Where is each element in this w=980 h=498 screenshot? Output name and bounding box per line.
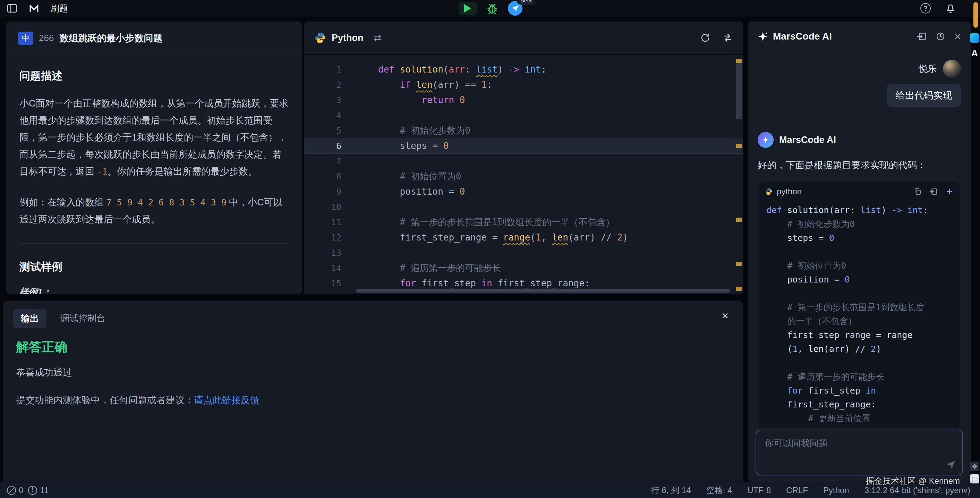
tab-debug-console[interactable]: 调试控制台: [60, 312, 105, 325]
status-indentation[interactable]: 空格: 4: [706, 485, 732, 496]
code-line[interactable]: first_step_range:: [766, 397, 952, 411]
debug-button[interactable]: [486, 2, 499, 15]
bell-icon[interactable]: [945, 3, 956, 14]
description-heading: 问题描述: [19, 69, 289, 83]
status-encoding[interactable]: UTF-8: [747, 485, 771, 495]
code-line[interactable]: 7: [304, 153, 743, 169]
code-text: position = 0: [766, 275, 850, 285]
browser-extension-icon[interactable]: [970, 33, 979, 43]
python-icon: [314, 32, 326, 44]
code-line[interactable]: [766, 286, 952, 300]
status-interpreter[interactable]: 3.12.2 64-bit ('shims': pyenv): [864, 485, 970, 495]
code-line[interactable]: 9 position = 0: [304, 184, 743, 199]
close-icon[interactable]: ×: [955, 30, 961, 43]
refresh-icon[interactable]: [700, 33, 710, 43]
code-line[interactable]: 2 if len(arr) == 1:: [304, 77, 743, 92]
code-line[interactable]: steps = 0: [766, 231, 952, 245]
code-line[interactable]: 6 steps = 0: [304, 138, 743, 153]
code-text: # 初始化步数为0: [341, 124, 470, 137]
code-token: list: [860, 205, 881, 215]
code-line[interactable]: 1def solution(arr: list) -> int:: [304, 62, 743, 77]
code-token: first_step: [416, 278, 482, 288]
switch-language-icon[interactable]: ⇄: [374, 33, 382, 43]
code-line[interactable]: # 更新当前位置: [766, 411, 952, 425]
status-eol[interactable]: CRLF: [786, 485, 808, 495]
close-icon[interactable]: ×: [722, 310, 729, 321]
code-line[interactable]: 11 # 第一步的步长范围是1到数组长度的一半（不包含）: [304, 215, 743, 230]
code-text: # 第一步的步长范围是1到数组长度的一半（不包含）: [341, 216, 615, 228]
code-line[interactable]: 13: [304, 245, 743, 260]
app-root: 刷题 Beta ?: [0, 0, 980, 498]
chat-input[interactable]: [756, 430, 962, 475]
code-token: # 初始化步数为0: [400, 125, 470, 136]
code-line[interactable]: for first_step in: [766, 383, 952, 397]
line-number: 9: [304, 187, 341, 197]
code-line[interactable]: position = 0: [766, 272, 952, 286]
code-line[interactable]: [766, 245, 952, 259]
code-block-card: python: [757, 182, 961, 428]
edge-extension-icon-1[interactable]: ❖: [970, 461, 979, 471]
switch-layout-icon[interactable]: [722, 33, 733, 43]
letter-a-extension-icon[interactable]: A: [970, 49, 979, 58]
line-number: 10: [304, 202, 341, 212]
code-token: first_step_range =: [766, 330, 886, 340]
send-message-icon[interactable]: [946, 460, 956, 470]
code-line[interactable]: # 遍历第一步的可能步长: [766, 369, 952, 383]
code-token: [902, 205, 907, 215]
help-icon[interactable]: ?: [920, 3, 931, 14]
page-scrollbar-thumb[interactable]: [974, 2, 978, 28]
tab-output[interactable]: 输出: [13, 309, 46, 328]
code-line[interactable]: 3 return 0: [304, 92, 743, 108]
chat-input-box[interactable]: [756, 430, 963, 476]
history-icon[interactable]: [935, 32, 945, 41]
editor-vertical-scrollbar[interactable]: [736, 56, 742, 294]
ai-sparkle-icon[interactable]: [945, 188, 954, 196]
feedback-link[interactable]: 请点此链接反馈: [194, 395, 259, 405]
code-token: int: [525, 64, 541, 75]
code-line[interactable]: 14 # 遍历第一步的可能步长: [304, 260, 743, 275]
ai-code-block[interactable]: def solution(arr: list) -> int: # 初始化步数为…: [758, 201, 961, 428]
copy-icon[interactable]: [913, 188, 922, 196]
code-line[interactable]: first_step_range = range: [766, 328, 952, 342]
code-line[interactable]: 的一半（不包含）: [766, 314, 952, 328]
code-token: (arr) //: [824, 344, 871, 354]
sidebar-toggle-icon[interactable]: [7, 4, 18, 13]
code-text: # 遍历第一步的可能步长: [766, 371, 884, 382]
marscode-logo[interactable]: [27, 4, 41, 13]
code-line[interactable]: # 初始化步数为0: [766, 217, 952, 231]
code-line[interactable]: 8 # 初始位置为0: [304, 169, 743, 184]
code-editor[interactable]: 1def solution(arr: list) -> int:2 if len…: [304, 55, 743, 291]
warning-count[interactable]: 11: [28, 485, 49, 495]
code-token: in: [865, 385, 876, 396]
line-number: 2: [304, 80, 341, 90]
code-token: [766, 261, 787, 271]
line-number: 5: [304, 126, 341, 136]
code-line[interactable]: 5 # 初始化步数为0: [304, 123, 743, 138]
line-number: 3: [304, 95, 341, 105]
code-line[interactable]: def solution(arr: list) -> int:: [766, 203, 952, 217]
code-line[interactable]: 12 first_step_range = range(1, len(arr) …: [304, 230, 743, 245]
code-line[interactable]: 4: [304, 108, 743, 123]
user-avatar[interactable]: [943, 60, 961, 78]
code-line[interactable]: 10: [304, 199, 743, 215]
code-text: steps = 0: [766, 233, 834, 243]
edge-extension-icon-2[interactable]: ▤: [970, 474, 979, 484]
insert-code-icon[interactable]: [929, 188, 938, 196]
code-line[interactable]: # 第一步的步长范围是1到数组长度: [766, 300, 952, 314]
code-line[interactable]: 15 for first_step in first_step_range:: [304, 275, 743, 291]
code-token: position =: [766, 275, 845, 285]
code-line[interactable]: (1, len(arr) // 2): [766, 342, 952, 356]
tab-python[interactable]: Python ⇄: [314, 32, 381, 44]
export-chat-icon[interactable]: [917, 32, 927, 41]
status-cursor-position[interactable]: 行 6, 列 14: [651, 485, 691, 496]
submit-button[interactable]: Beta: [508, 1, 522, 16]
run-button[interactable]: [458, 2, 477, 15]
code-line[interactable]: [766, 356, 952, 369]
editor-horizontal-scrollbar[interactable]: [356, 289, 730, 293]
overview-warning-mark: [736, 286, 742, 291]
code-line[interactable]: # 初始位置为0: [766, 259, 952, 272]
scrollbar-thumb[interactable]: [736, 63, 742, 119]
status-language[interactable]: Python: [823, 485, 849, 495]
chat-scroll-area[interactable]: 悦乐 给出代码实现 MarsCode AI 好的，下面是根据题目要求实现的代码：: [748, 51, 970, 428]
error-count[interactable]: 0: [7, 485, 23, 495]
